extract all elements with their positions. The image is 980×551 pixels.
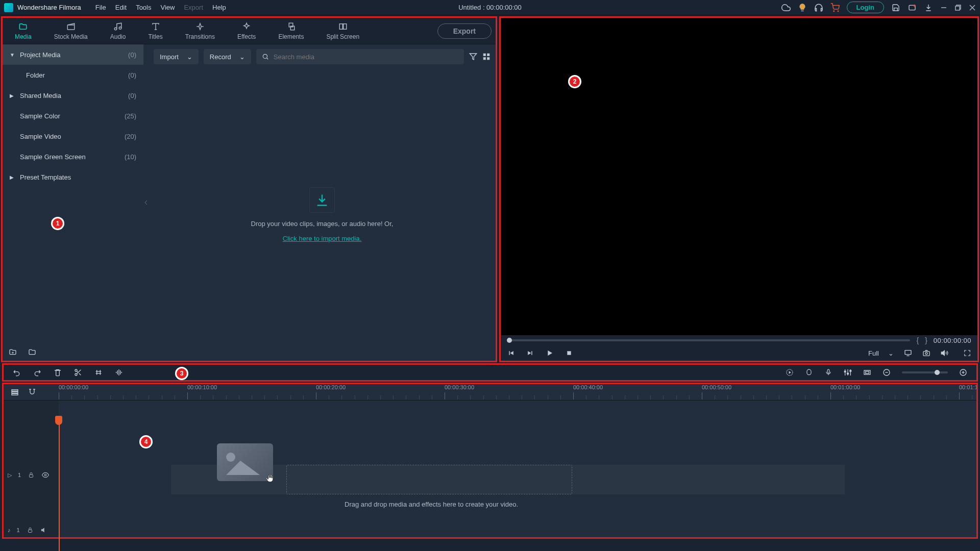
media-drop-zone[interactable]: Drop your video clips, images, or audio …: [149, 69, 496, 361]
fullscreen-icon[interactable]: [963, 349, 971, 357]
marker-button[interactable]: [805, 368, 813, 377]
export-button[interactable]: Export: [437, 23, 492, 39]
sidebar-item-folder[interactable]: Folder (0): [3, 65, 143, 85]
preview-canvas[interactable]: [501, 18, 977, 335]
snapshot-icon[interactable]: [922, 349, 930, 357]
grid-view-icon[interactable]: [482, 53, 491, 61]
cart-icon[interactable]: [830, 3, 840, 12]
redo-button[interactable]: [33, 368, 41, 377]
tab-split-screen[interactable]: Split Screen: [318, 20, 368, 42]
tab-elements[interactable]: Elements: [270, 20, 312, 42]
notification-icon[interactable]: [908, 3, 917, 12]
tab-label: Transitions: [185, 33, 215, 40]
undo-button[interactable]: [13, 368, 21, 377]
lock-icon[interactable]: [26, 526, 34, 534]
split-button[interactable]: [74, 368, 82, 377]
login-button[interactable]: Login: [847, 2, 884, 13]
menu-help[interactable]: Help: [212, 4, 226, 11]
folder-icon: [18, 22, 28, 31]
menu-edit[interactable]: Edit: [115, 4, 127, 11]
close-button[interactable]: [969, 4, 976, 11]
zoom-slider[interactable]: [902, 371, 948, 373]
voiceover-button[interactable]: [824, 368, 832, 377]
tab-effects[interactable]: Effects: [229, 20, 264, 42]
mark-out-button[interactable]: }: [925, 336, 927, 344]
next-frame-button[interactable]: [526, 349, 534, 357]
import-link[interactable]: Click here to import media.: [283, 235, 362, 242]
filter-icon[interactable]: [469, 53, 477, 61]
menu-file[interactable]: File: [95, 4, 106, 11]
stop-button[interactable]: [565, 349, 573, 357]
prev-frame-button[interactable]: [507, 349, 515, 357]
sidebar-collapse-handle[interactable]: [143, 44, 149, 361]
svg-rect-61: [28, 530, 32, 533]
chevron-down-icon: ▼: [10, 52, 16, 58]
timeline-toolbar: 3: [2, 363, 978, 382]
mixer-button[interactable]: [844, 368, 852, 377]
zoom-out-button[interactable]: [883, 368, 891, 377]
audio-edit-button[interactable]: [115, 368, 123, 377]
audio-track-header[interactable]: ♪1: [4, 523, 59, 537]
sidebar-item-sample-green-screen[interactable]: Sample Green Screen (10): [3, 146, 143, 167]
crop-button[interactable]: [94, 368, 103, 377]
menu-view[interactable]: View: [160, 4, 175, 11]
sidebar-item-shared-media[interactable]: ▶ Shared Media (0): [3, 85, 143, 106]
minimize-button[interactable]: [940, 4, 947, 11]
tab-titles[interactable]: Titles: [140, 20, 170, 42]
tab-audio[interactable]: Audio: [102, 20, 134, 42]
zoom-in-button[interactable]: [959, 368, 967, 377]
svg-rect-14: [344, 23, 347, 29]
display-icon[interactable]: [904, 349, 912, 357]
lock-icon[interactable]: [27, 471, 35, 479]
tips-icon[interactable]: [798, 3, 807, 12]
sidebar-item-sample-color[interactable]: Sample Color (25): [3, 106, 143, 126]
preview-scrubber[interactable]: [507, 339, 910, 341]
timeline-ruler[interactable]: 00:00:00:0000:00:10:0000:00:20:0000:00:3…: [59, 384, 976, 400]
timeline-hint: Drag and drop media and effects here to …: [345, 500, 518, 508]
import-dropdown[interactable]: Import ⌄: [154, 49, 199, 64]
sidebar-item-project-media[interactable]: ▼ Project Media (0): [3, 44, 143, 65]
mark-in-button[interactable]: {: [916, 336, 919, 344]
svg-rect-13: [339, 23, 342, 29]
svg-rect-50: [866, 371, 869, 373]
snap-icon[interactable]: [28, 388, 36, 396]
delete-button[interactable]: [54, 368, 62, 377]
eye-icon[interactable]: [41, 471, 50, 479]
search-input[interactable]: [274, 53, 459, 61]
sidebar-item-sample-video[interactable]: Sample Video (20): [3, 126, 143, 146]
text-icon: [151, 22, 160, 31]
preview-quality-dropdown[interactable]: Full ⌄: [868, 349, 894, 357]
volume-icon[interactable]: [941, 349, 949, 357]
folder-icon[interactable]: [28, 348, 36, 356]
svg-point-10: [119, 27, 121, 29]
media-sidebar: ▼ Project Media (0) Folder (0) ▶ Shared …: [3, 44, 143, 361]
play-button[interactable]: [546, 349, 554, 357]
tab-media[interactable]: Media: [7, 20, 40, 42]
sidebar-item-label: Project Media: [20, 51, 128, 59]
tab-stock-media[interactable]: Stock Media: [46, 20, 96, 42]
support-icon[interactable]: [814, 3, 823, 12]
cloud-icon[interactable]: [781, 3, 791, 12]
svg-rect-57: [12, 391, 18, 393]
svg-rect-58: [12, 393, 18, 395]
record-dropdown[interactable]: Record ⌄: [204, 49, 251, 64]
timeline-drop-target[interactable]: [286, 465, 572, 494]
video-track-header[interactable]: ▷1: [4, 468, 59, 482]
chevron-right-icon: ▶: [10, 174, 16, 180]
transition-icon: [195, 22, 205, 31]
save-icon[interactable]: [891, 3, 900, 12]
sidebar-item-preset-templates[interactable]: ▶ Preset Templates: [3, 167, 143, 187]
svg-point-9: [114, 28, 117, 30]
mute-icon[interactable]: [40, 526, 48, 534]
tab-transitions[interactable]: Transitions: [177, 20, 223, 42]
search-input-wrapper[interactable]: [256, 49, 464, 64]
aspect-icon[interactable]: [863, 368, 871, 377]
track-manager-icon[interactable]: [11, 388, 19, 396]
download-icon[interactable]: [924, 3, 933, 12]
tab-label: Elements: [278, 33, 304, 40]
maximize-button[interactable]: [954, 4, 962, 11]
menu-tools[interactable]: Tools: [136, 4, 151, 11]
timeline-tracks[interactable]: Drag and drop media and effects here to …: [59, 400, 976, 537]
render-button[interactable]: [786, 368, 794, 377]
add-folder-icon[interactable]: [9, 348, 17, 356]
